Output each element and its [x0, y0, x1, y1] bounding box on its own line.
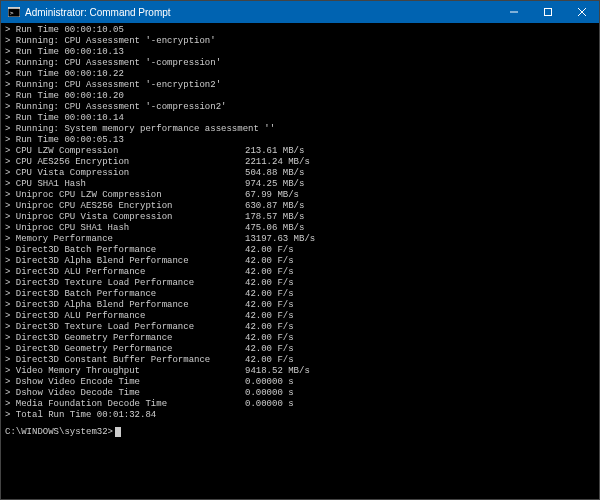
result-label: > Direct3D Batch Performance	[5, 245, 245, 256]
result-line: > Direct3D Constant Buffer Performance42…	[5, 355, 595, 366]
result-value: 0.00000 s	[245, 399, 294, 410]
result-value: 42.00 F/s	[245, 267, 294, 278]
output-line: > Run Time 00:00:10.05	[5, 25, 595, 36]
result-label: > Uniproc CPU LZW Compression	[5, 190, 245, 201]
result-line: > CPU AES256 Encryption2211.24 MB/s	[5, 157, 595, 168]
result-label: > Direct3D ALU Performance	[5, 311, 245, 322]
result-line: > CPU LZW Compression213.61 MB/s	[5, 146, 595, 157]
result-label: > CPU Vista Compression	[5, 168, 245, 179]
result-label: > Direct3D Alpha Blend Performance	[5, 256, 245, 267]
result-value: 974.25 MB/s	[245, 179, 304, 190]
output-line: > Running: System memory performance ass…	[5, 124, 595, 135]
result-label: > Direct3D Geometry Performance	[5, 344, 245, 355]
svg-text:>: >	[10, 9, 14, 16]
result-label: > Direct3D ALU Performance	[5, 267, 245, 278]
result-value: 504.88 MB/s	[245, 168, 304, 179]
result-line: > Direct3D Alpha Blend Performance42.00 …	[5, 256, 595, 267]
output-line: > Running: CPU Assessment '-compression2…	[5, 102, 595, 113]
window-title: Administrator: Command Prompt	[25, 7, 497, 18]
close-button[interactable]	[565, 1, 599, 23]
result-line: > Dshow Video Encode Time0.00000 s	[5, 377, 595, 388]
result-value: 9418.52 MB/s	[245, 366, 310, 377]
result-value: 42.00 F/s	[245, 245, 294, 256]
output-line: > Run Time 00:00:10.20	[5, 91, 595, 102]
result-label: > Video Memory Throughput	[5, 366, 245, 377]
result-value: 42.00 F/s	[245, 311, 294, 322]
result-value: 42.00 F/s	[245, 322, 294, 333]
result-value: 42.00 F/s	[245, 300, 294, 311]
result-label: > Direct3D Batch Performance	[5, 289, 245, 300]
result-value: 178.57 MB/s	[245, 212, 304, 223]
result-label: > Dshow Video Decode Time	[5, 388, 245, 399]
result-label: > CPU AES256 Encryption	[5, 157, 245, 168]
result-line: > Video Memory Throughput9418.52 MB/s	[5, 366, 595, 377]
maximize-icon	[543, 7, 553, 17]
result-line: > Uniproc CPU LZW Compression67.99 MB/s	[5, 190, 595, 201]
result-value: 2211.24 MB/s	[245, 157, 310, 168]
result-line: > Direct3D Texture Load Performance42.00…	[5, 322, 595, 333]
result-line: > Direct3D Geometry Performance42.00 F/s	[5, 344, 595, 355]
result-line: > Uniproc CPU SHA1 Hash475.06 MB/s	[5, 223, 595, 234]
close-icon	[577, 7, 587, 17]
result-value: 42.00 F/s	[245, 278, 294, 289]
output-line: > Running: CPU Assessment '-compression'	[5, 58, 595, 69]
result-line: > Uniproc CPU AES256 Encryption630.87 MB…	[5, 201, 595, 212]
result-value: 213.61 MB/s	[245, 146, 304, 157]
result-value: 630.87 MB/s	[245, 201, 304, 212]
result-line: > Direct3D Geometry Performance42.00 F/s	[5, 333, 595, 344]
result-label: > Direct3D Alpha Blend Performance	[5, 300, 245, 311]
result-line: > CPU Vista Compression504.88 MB/s	[5, 168, 595, 179]
result-line: > Memory Performance13197.63 MB/s	[5, 234, 595, 245]
output-line: > Running: CPU Assessment '-encryption2'	[5, 80, 595, 91]
result-label: > Direct3D Constant Buffer Performance	[5, 355, 245, 366]
output-line: > Run Time 00:00:10.13	[5, 47, 595, 58]
terminal-output[interactable]: > Run Time 00:00:10.05> Running: CPU Ass…	[1, 23, 599, 499]
cmd-icon: >	[7, 5, 21, 19]
result-value: 42.00 F/s	[245, 289, 294, 300]
output-line: > Run Time 00:00:10.14	[5, 113, 595, 124]
result-label: > CPU SHA1 Hash	[5, 179, 245, 190]
output-line: > Run Time 00:00:10.22	[5, 69, 595, 80]
result-label: > Direct3D Texture Load Performance	[5, 322, 245, 333]
result-value: 42.00 F/s	[245, 256, 294, 267]
result-line: > CPU SHA1 Hash974.25 MB/s	[5, 179, 595, 190]
result-label: > Media Foundation Decode Time	[5, 399, 245, 410]
result-label: > Uniproc CPU SHA1 Hash	[5, 223, 245, 234]
output-line: > Run Time 00:00:05.13	[5, 135, 595, 146]
result-value: 67.99 MB/s	[245, 190, 299, 201]
result-label: > Direct3D Geometry Performance	[5, 333, 245, 344]
result-label: > Uniproc CPU Vista Compression	[5, 212, 245, 223]
result-label: > Uniproc CPU AES256 Encryption	[5, 201, 245, 212]
result-line: > Media Foundation Decode Time0.00000 s	[5, 399, 595, 410]
result-line: > Direct3D Batch Performance42.00 F/s	[5, 245, 595, 256]
result-value: 42.00 F/s	[245, 333, 294, 344]
titlebar[interactable]: > Administrator: Command Prompt	[1, 1, 599, 23]
result-line: > Dshow Video Decode Time0.00000 s	[5, 388, 595, 399]
result-line: > Direct3D Batch Performance42.00 F/s	[5, 289, 595, 300]
result-label: > CPU LZW Compression	[5, 146, 245, 157]
window-controls	[497, 1, 599, 23]
result-line: > Direct3D Texture Load Performance42.00…	[5, 278, 595, 289]
maximize-button[interactable]	[531, 1, 565, 23]
result-label: > Dshow Video Encode Time	[5, 377, 245, 388]
prompt-text: C:\WINDOWS\system32>	[5, 427, 113, 437]
result-value: 13197.63 MB/s	[245, 234, 315, 245]
prompt-line[interactable]: C:\WINDOWS\system32>	[5, 427, 595, 438]
result-value: 42.00 F/s	[245, 344, 294, 355]
result-value: 0.00000 s	[245, 377, 294, 388]
total-line: > Total Run Time 00:01:32.84	[5, 410, 595, 421]
result-line: > Direct3D ALU Performance42.00 F/s	[5, 267, 595, 278]
result-value: 0.00000 s	[245, 388, 294, 399]
minimize-button[interactable]	[497, 1, 531, 23]
result-line: > Direct3D ALU Performance42.00 F/s	[5, 311, 595, 322]
cursor	[115, 427, 121, 437]
result-value: 475.06 MB/s	[245, 223, 304, 234]
command-prompt-window: > Administrator: Command Prompt > Run Ti…	[0, 0, 600, 500]
output-line: > Running: CPU Assessment '-encryption'	[5, 36, 595, 47]
result-label: > Direct3D Texture Load Performance	[5, 278, 245, 289]
result-label: > Memory Performance	[5, 234, 245, 245]
result-line: > Direct3D Alpha Blend Performance42.00 …	[5, 300, 595, 311]
minimize-icon	[509, 7, 519, 17]
svg-rect-4	[545, 9, 552, 16]
result-line: > Uniproc CPU Vista Compression178.57 MB…	[5, 212, 595, 223]
